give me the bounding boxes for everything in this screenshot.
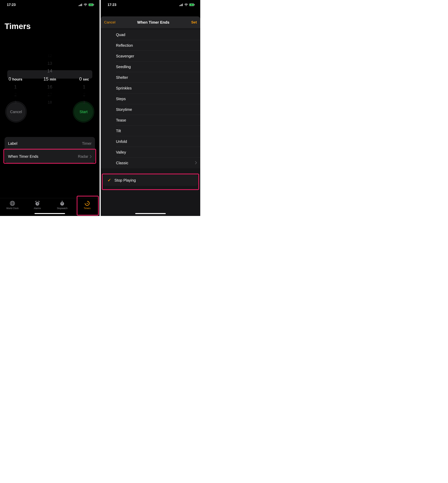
- sound-item[interactable]: Quad: [101, 29, 200, 40]
- picker-col-hours[interactable]: 0hours 1 2 3: [5, 52, 26, 96]
- screen-when-timer-ends: 17:23 Cancel When Timer Ends Set QuadRef…: [101, 0, 200, 216]
- sound-item[interactable]: Tilt: [101, 126, 200, 136]
- stop-playing-label: Stop Playing: [114, 178, 136, 183]
- svg-rect-3: [81, 4, 82, 6]
- set-button[interactable]: Set: [191, 20, 197, 24]
- svg-rect-26: [182, 4, 183, 6]
- svg-rect-1: [80, 5, 80, 6]
- svg-line-15: [35, 201, 36, 202]
- timer-picker[interactable]: 0hours 1 2 3 12 13 14 15min 16 17 18: [5, 52, 95, 96]
- sound-list[interactable]: QuadReflectionScavengerSeedlingShelterSp…: [101, 29, 200, 168]
- globe-icon: [9, 201, 15, 206]
- battery-charging-icon: [189, 3, 195, 6]
- screen-timers: 17:23 Timers 0hours 1 2 3: [0, 0, 100, 216]
- sound-item-classic[interactable]: Classic: [101, 158, 200, 168]
- sound-item[interactable]: Tease: [101, 115, 200, 126]
- tab-world-clock[interactable]: World Clock: [0, 201, 25, 216]
- cellular-icon: [179, 4, 183, 6]
- chevron-right-icon: [90, 155, 92, 158]
- wte-value: Radar: [78, 154, 88, 159]
- sound-item[interactable]: Storytime: [101, 104, 200, 115]
- picker-col-sec[interactable]: 0sec 1 2 3: [74, 52, 95, 96]
- when-timer-ends-row[interactable]: When Timer Ends Radar: [5, 150, 95, 163]
- sound-item[interactable]: Reflection: [101, 40, 200, 51]
- label-title: Label: [8, 141, 17, 146]
- wifi-icon: [184, 3, 188, 6]
- sound-item[interactable]: Steps: [101, 93, 200, 104]
- svg-rect-23: [179, 5, 180, 6]
- svg-rect-24: [180, 5, 181, 6]
- page-title: Timers: [5, 22, 95, 31]
- cellular-icon: [79, 4, 82, 6]
- label-row[interactable]: Label Timer: [5, 137, 95, 150]
- svg-point-22: [87, 203, 88, 204]
- tab-timers[interactable]: Timers: [75, 201, 100, 216]
- wte-title: When Timer Ends: [8, 154, 38, 159]
- sound-item[interactable]: Seedling: [101, 61, 200, 72]
- sheet-title: When Timer Ends: [137, 20, 169, 24]
- alarm-icon: [34, 201, 40, 206]
- home-indicator[interactable]: [135, 213, 166, 214]
- wte-sheet: Cancel When Timer Ends Set QuadReflectio…: [101, 16, 200, 216]
- status-bar: 17:23: [101, 0, 200, 9]
- status-right: [179, 3, 195, 6]
- cancel-button[interactable]: Cancel: [104, 20, 115, 24]
- wifi-icon: [84, 3, 87, 6]
- checkmark-icon: ✓: [108, 178, 111, 183]
- battery-charging-icon: [88, 3, 94, 6]
- timer-icon: [84, 201, 90, 206]
- sound-item[interactable]: Scavenger: [101, 51, 200, 61]
- chevron-right-icon: [195, 161, 197, 165]
- status-time: 17:23: [7, 3, 16, 7]
- svg-rect-0: [79, 5, 79, 6]
- home-indicator[interactable]: [34, 213, 65, 214]
- sound-item[interactable]: Shelter: [101, 72, 200, 83]
- sound-item[interactable]: Valley: [101, 147, 200, 158]
- sheet-header: Cancel When Timer Ends Set: [101, 16, 200, 28]
- status-bar: 17:23: [0, 0, 100, 9]
- status-time: 17:23: [108, 3, 116, 7]
- svg-rect-29: [194, 4, 195, 5]
- stop-playing-card: ✓ Stop Playing: [103, 175, 198, 186]
- svg-rect-6: [94, 4, 94, 5]
- svg-rect-2: [80, 4, 81, 6]
- svg-rect-18: [62, 201, 63, 201]
- stopwatch-icon: [59, 201, 65, 206]
- label-value: Timer: [82, 141, 92, 146]
- timer-settings-card: Label Timer When Timer Ends Radar: [5, 137, 95, 163]
- status-right: [79, 3, 94, 6]
- sound-item[interactable]: Sprinkles: [101, 83, 200, 93]
- stop-playing-row[interactable]: ✓ Stop Playing: [103, 175, 198, 186]
- picker-col-min[interactable]: 12 13 14 15min 16 17 18: [39, 52, 60, 96]
- svg-rect-25: [181, 4, 182, 6]
- sound-item[interactable]: Unfold: [101, 136, 200, 147]
- svg-line-16: [39, 201, 40, 202]
